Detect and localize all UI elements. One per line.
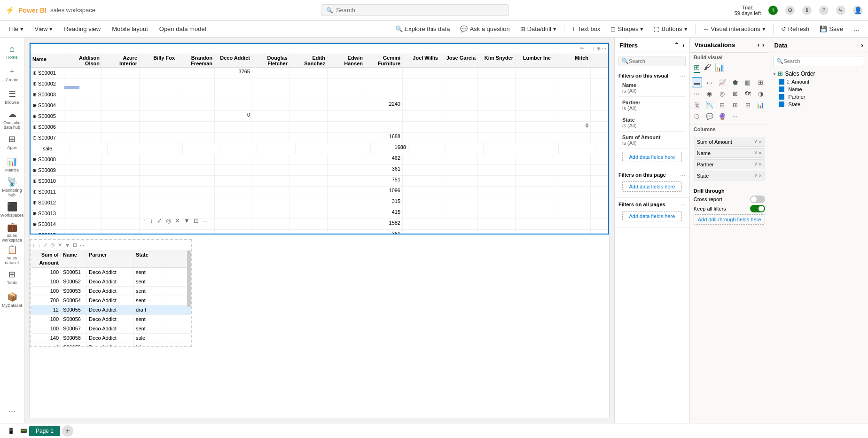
table-row[interactable]: 140S00058Deco Addictsale xyxy=(31,334,191,343)
viz-icon-donut[interactable]: ◎ xyxy=(717,88,727,99)
sort-asc-icon[interactable]: ↑ xyxy=(143,217,147,224)
sidebar-item-create[interactable]: + Create xyxy=(2,64,23,85)
viz-tab-analytics[interactable]: 📊 xyxy=(715,63,724,73)
add-page-button[interactable]: + xyxy=(62,425,73,437)
filter-on-page-dots[interactable]: ··· xyxy=(680,171,686,179)
table-row[interactable]: 100S00057Deco Addictsent xyxy=(31,324,191,334)
menu-ask[interactable]: 💬 Ask a question xyxy=(455,23,514,34)
table-row-selected[interactable]: 12S00055Deco Addictdraft xyxy=(31,305,191,315)
menu-reading-view[interactable]: Reading view xyxy=(59,23,105,34)
menu-mobile-layout[interactable]: Mobile layout xyxy=(107,23,153,34)
viz-col-sum-remove[interactable]: × xyxy=(759,138,762,145)
viz-icon-treemap[interactable]: ⊠ xyxy=(730,88,740,99)
share-icon[interactable]: ⤷ xyxy=(836,6,845,15)
viz-col-state[interactable]: State ∨ × xyxy=(694,171,766,180)
filter-sum-amount[interactable]: Sum of Amount is (All) xyxy=(618,132,686,149)
menu-more[interactable]: … xyxy=(849,23,864,34)
viz-col-state-chevron[interactable]: ∨ xyxy=(754,172,758,179)
clear-icon[interactable]: ✕ xyxy=(175,217,180,224)
viz-col-name-chevron[interactable]: ∨ xyxy=(754,149,758,156)
menu-buttons[interactable]: ⬚ Buttons ▾ xyxy=(649,23,692,34)
top-search-input[interactable] xyxy=(336,7,504,14)
sidebar-item-table[interactable]: ⊞ Table xyxy=(2,267,23,288)
sidebar-item-apps[interactable]: ⊞ Apps xyxy=(2,132,23,152)
sort-desc-icon[interactable]: ↓ xyxy=(150,217,154,224)
filter-on-all-dots[interactable]: ··· xyxy=(680,201,686,208)
data-field-name[interactable]: Name xyxy=(769,86,868,93)
data-field-partner[interactable]: Partner xyxy=(769,93,868,101)
filter-name[interactable]: Name is (All) xyxy=(618,79,686,97)
sidebar-item-sales-dataset[interactable]: 📋 sales dataset xyxy=(2,244,23,265)
viz-icon-gauge[interactable]: ◑ xyxy=(755,88,766,99)
viz-icon-map[interactable]: 🗺 xyxy=(743,88,753,99)
viz-tab-table[interactable]: ⊞ xyxy=(694,63,700,73)
viz-col-sum-amount[interactable]: Sum of Amount ∨ × xyxy=(694,137,766,147)
filter-partner[interactable]: Partner is (All) xyxy=(618,97,686,114)
table-row[interactable]: 100S00051Deco Addictsent xyxy=(31,268,191,277)
menu-refresh[interactable]: ↺ Refresh xyxy=(776,23,814,34)
viz-icon-pie[interactable]: ◉ xyxy=(704,88,715,99)
menu-visual-interactions[interactable]: ↔ Visual interactions ▾ xyxy=(698,23,770,34)
table-scrollbar[interactable] xyxy=(187,250,191,307)
viz-icon-stacked-bar[interactable]: ▬ xyxy=(692,77,702,87)
drill-keep-toggle[interactable] xyxy=(750,205,765,212)
sidebar-item-onelake[interactable]: ☁ OneLake data hub xyxy=(2,109,23,130)
filter-state[interactable]: State is (All) xyxy=(618,114,686,132)
sidebar-item-home[interactable]: ⌂ Home xyxy=(2,41,23,62)
viz-expand-left[interactable]: › xyxy=(758,41,759,48)
expand-icon[interactable]: ⤢ xyxy=(157,217,162,224)
viz-icon-combo[interactable]: ⊞ xyxy=(755,77,766,87)
menu-save[interactable]: 💾 Save xyxy=(815,23,848,34)
sidebar-item-sales-workspace[interactable]: 💼 sales workspace xyxy=(2,222,23,242)
viz-expand-right[interactable]: › xyxy=(762,41,764,48)
menu-view[interactable]: View ▾ xyxy=(30,23,58,34)
help-icon[interactable]: ? xyxy=(819,6,829,15)
filters-expand-icon[interactable]: › xyxy=(682,41,685,49)
download-icon[interactable]: ⬇ xyxy=(802,6,812,15)
viz-icon-funnel[interactable]: ⬡ xyxy=(692,111,702,121)
menu-shapes[interactable]: ◻ Shapes ▾ xyxy=(606,23,648,34)
table-row[interactable]: 100S00052Deco Addictsent xyxy=(31,277,191,287)
table-more[interactable]: ··· xyxy=(80,242,84,248)
filters-search-input[interactable] xyxy=(629,58,682,64)
data-table-sales-order[interactable]: ▾ ⊞ Sales Order xyxy=(769,69,868,78)
table-visual[interactable]: ↑ ↓ ⤢ ◎ ✕ ▼ ⊡ ··· Sum of Amount Name Par… xyxy=(30,239,192,347)
viz-col-name[interactable]: Name ∨ × xyxy=(694,148,766,158)
viz-tab-format[interactable]: 🖌 xyxy=(704,63,711,73)
filter-on-visual-dots[interactable]: ··· xyxy=(680,72,686,79)
menu-open-data-model[interactable]: Open data model xyxy=(155,23,211,34)
viz-col-partner[interactable]: Partner ∨ × xyxy=(694,159,766,169)
fullscreen-icon[interactable]: ⊡ xyxy=(194,217,199,224)
data-field-amount[interactable]: Σ Amount xyxy=(769,78,868,86)
menu-textbox[interactable]: T Text box xyxy=(567,23,605,34)
filter-add-all[interactable]: Add data fields here xyxy=(622,211,682,221)
viz-icon-kpi[interactable]: 📉 xyxy=(704,100,715,110)
sidebar-item-monitoring[interactable]: 📡 Monitoring hub xyxy=(2,177,23,197)
sidebar-item-more[interactable]: … xyxy=(2,399,23,419)
viz-icon-bar[interactable]: ▭ xyxy=(704,77,715,87)
table-filter[interactable]: ▼ xyxy=(65,242,70,248)
filter-add-visual[interactable]: Add data fields here xyxy=(622,152,682,162)
drill-add-fields[interactable]: Add drill-through fields here xyxy=(694,214,766,225)
menu-datadrill[interactable]: ⊞ Data/drill ▾ xyxy=(516,23,561,34)
table-expand[interactable]: ⤢ xyxy=(43,242,47,248)
table-focus[interactable]: ◎ xyxy=(50,242,55,248)
viz-icon-scatter[interactable]: ⋯ xyxy=(692,88,702,99)
viz-icon-area[interactable]: ⬟ xyxy=(730,77,740,87)
drill-cross-toggle[interactable] xyxy=(750,196,765,203)
matrix-visual[interactable]: ✏ ⋮ ↕ ⊞ ··· Name Addison Olson Azure Int… xyxy=(30,43,609,235)
menu-explore[interactable]: 🔍 Explore this data xyxy=(391,23,455,34)
viz-col-partner-chevron[interactable]: ∨ xyxy=(754,161,758,168)
viz-col-sum-chevron[interactable]: ∨ xyxy=(754,138,758,145)
viz-icon-card[interactable]: 🃏 xyxy=(692,100,702,110)
more2-icon[interactable]: ··· xyxy=(203,217,208,224)
viz-icon-matrix[interactable]: ⊞ xyxy=(743,100,753,110)
viz-icon-qna[interactable]: 💬 xyxy=(704,111,715,121)
filter-icon[interactable]: ▼ xyxy=(184,217,190,224)
viz-icon-smart[interactable]: 🔮 xyxy=(717,111,727,121)
viz-icon-line[interactable]: 📈 xyxy=(717,77,727,87)
table-sort-asc[interactable]: ↑ xyxy=(32,242,35,248)
table-row[interactable]: 700S00054Deco Addictsent xyxy=(31,296,191,305)
menu-file[interactable]: File ▾ xyxy=(4,23,28,34)
sidebar-item-workspaces[interactable]: ⬛ Workspaces xyxy=(2,199,23,220)
